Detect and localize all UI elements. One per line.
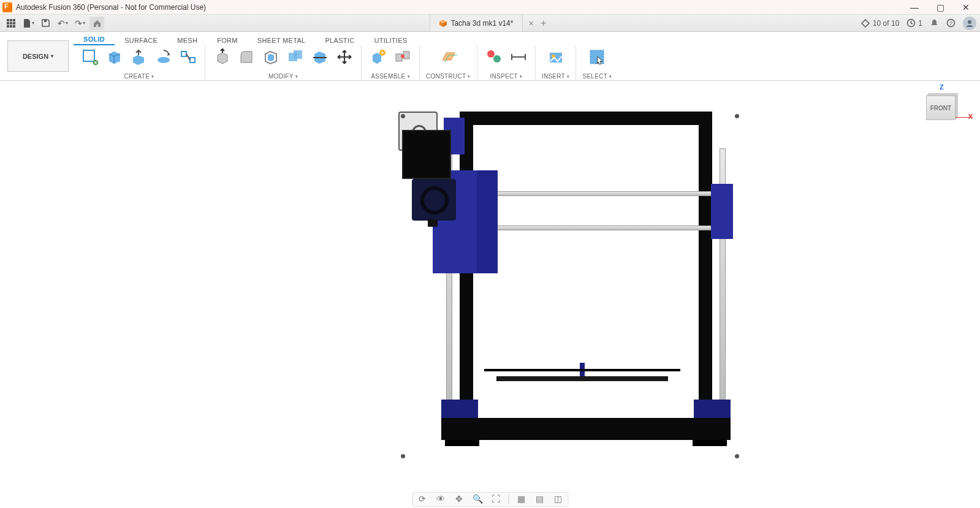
viewport-canvas[interactable]: Z FRONT X [0,81,980,508]
axis-z-label: Z [940,83,944,91]
svg-rect-4 [10,22,12,25]
window-close-button[interactable]: ✕ [960,2,971,12]
group-label-create[interactable]: CREATE▾ [124,73,154,81]
presspull-tool[interactable] [211,47,232,67]
redo-button[interactable]: ↷▾ [72,17,87,30]
window-titlebar: Autodesk Fusion 360 (Personal - Not for … [0,0,980,15]
shell-tool[interactable] [260,47,281,67]
svg-point-26 [487,50,495,58]
box-tool[interactable] [104,47,125,67]
revolve-tool[interactable] [153,47,174,67]
new-component-tool[interactable] [368,47,389,67]
fillet-tool[interactable] [236,47,257,67]
zoom-button[interactable]: 🔍 [471,494,484,505]
svg-point-13 [968,20,971,24]
look-button[interactable]: 👁 [435,494,447,505]
svg-rect-8 [13,25,15,28]
svg-rect-20 [294,50,302,59]
quick-access-toolbar: ▾ ↶▾ ↷▾ Tacha 3d mk1 v14* × + 10 of 10 1 [0,15,980,32]
group-label-inspect[interactable]: INSPECT▾ [490,73,522,81]
joint-tool[interactable] [392,47,413,67]
home-button[interactable] [89,17,104,30]
ribbon-tab-form[interactable]: FORM [207,34,248,45]
ribbon-tab-solid[interactable]: SOLID [74,33,115,45]
ribbon-group-select: SELECT▾ [576,45,618,81]
svg-text:?: ? [949,20,952,26]
display-settings-button[interactable]: ▦ [515,494,527,505]
viewcube[interactable]: Z FRONT X [922,87,959,124]
svg-rect-0 [7,19,9,21]
ribbon-tab-mesh[interactable]: MESH [167,34,207,45]
navigation-toolbar: ⟳ 👁 ✥ 🔍 ⛶ ▦ ▤ ◫ [412,492,568,507]
sketch-tool[interactable] [80,47,101,67]
workspace-label: DESIGN [23,53,48,60]
group-label-construct[interactable]: CONSTRUCT▾ [426,73,471,81]
undo-button[interactable]: ↶▾ [55,17,70,30]
svg-rect-1 [10,19,12,21]
job-status-button[interactable]: 1 [906,18,922,28]
group-label-select[interactable]: SELECT▾ [582,73,612,81]
svg-point-27 [493,55,501,63]
svg-rect-17 [181,51,186,56]
ribbon-tab-plastic[interactable]: PLASTIC [315,34,364,45]
workspace-switcher[interactable]: DESIGN▾ [7,40,69,72]
extrude-tool[interactable] [129,47,150,67]
plane-tool[interactable] [438,47,458,67]
ribbon-tab-utilities[interactable]: UTILITIES [364,34,417,45]
pan-button[interactable]: ✥ [453,494,465,505]
app-icon [2,2,12,12]
ribbon: DESIGN▾ SOLID SURFACE MESH FORM SHEET ME… [0,32,980,81]
dimension-tool[interactable] [508,47,529,67]
svg-rect-2 [13,19,15,21]
notifications-button[interactable] [930,18,939,28]
help-button[interactable]: ? [946,18,955,28]
ribbon-tab-sheetmetal[interactable]: SHEET METAL [248,34,316,45]
svg-point-16 [158,57,170,63]
viewcube-face[interactable]: FRONT [926,96,955,120]
axis-x-label: X [968,113,973,120]
window-title: Autodesk Fusion 360 (Personal - Not for … [16,3,206,12]
viewport-button[interactable]: ◫ [552,494,564,505]
insert-tool[interactable] [545,47,566,67]
profile-avatar[interactable] [963,17,976,30]
svg-rect-9 [44,20,47,22]
svg-rect-7 [10,25,12,28]
model-3d-printer[interactable] [398,112,742,461]
group-label-modify[interactable]: MODIFY▾ [268,73,298,81]
svg-point-25 [401,55,405,58]
data-panel-button[interactable] [4,17,18,30]
save-button[interactable] [38,17,53,30]
ribbon-tab-surface[interactable]: SURFACE [115,34,167,45]
extensions-button[interactable]: 10 of 10 [860,18,899,28]
orbit-button[interactable]: ⟳ [416,494,428,505]
extensions-count: 10 of 10 [873,19,899,28]
svg-rect-23 [396,54,402,61]
sweep-tool[interactable] [178,47,199,67]
close-tab-button[interactable]: × [528,18,533,28]
ribbon-group-assemble: ASSEMBLE▾ [362,45,420,81]
file-menu-button[interactable]: ▾ [21,17,36,30]
window-minimize-button[interactable]: — [909,2,920,12]
measure-tool[interactable] [484,47,504,67]
svg-rect-24 [403,51,409,59]
combine-tool[interactable] [285,47,306,67]
ribbon-group-create: CREATE▾ [74,45,205,81]
jobs-count: 1 [918,19,922,28]
svg-rect-3 [7,22,9,25]
svg-rect-6 [7,25,9,28]
select-tool[interactable] [587,47,607,67]
split-tool[interactable] [310,47,330,67]
document-title: Tacha 3d mk1 v14* [450,19,513,28]
cube-icon [438,19,447,28]
document-tab[interactable]: Tacha 3d mk1 v14* [429,15,522,31]
ribbon-group-modify: MODIFY▾ [205,45,362,81]
svg-rect-18 [190,58,195,63]
group-label-assemble[interactable]: ASSEMBLE▾ [371,73,410,81]
window-maximize-button[interactable]: ▢ [935,2,946,12]
move-tool[interactable] [334,47,355,67]
group-label-insert[interactable]: INSERT▾ [542,73,570,81]
grid-settings-button[interactable]: ▤ [533,494,545,505]
ribbon-group-construct: CONSTRUCT▾ [420,45,477,81]
new-tab-button[interactable]: + [536,18,551,29]
fit-button[interactable]: ⛶ [490,494,502,505]
